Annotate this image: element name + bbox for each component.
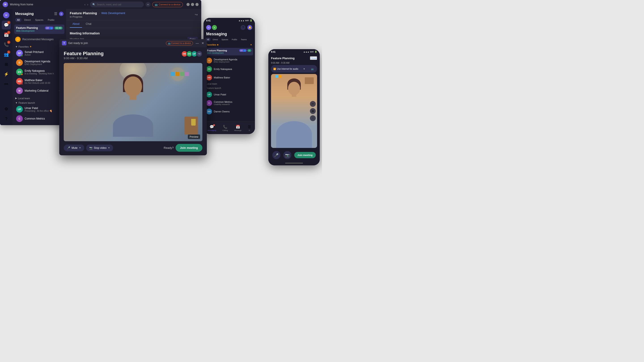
contact-avatar-sonali: SP	[16, 50, 23, 56]
contact-matthew[interactable]: MB Matthew Baker Do Not Disturb until 16…	[14, 77, 65, 86]
favorites-section[interactable]: ▼ Favorites ★	[12, 44, 66, 48]
phone2-cast-button[interactable]: 📺	[310, 66, 315, 71]
pnav-calling[interactable]: 📞 Calling	[221, 124, 230, 132]
phone1-local-team[interactable]: Local team	[204, 82, 255, 86]
phone1-user-avatar[interactable]: W	[206, 25, 211, 30]
contact-name-marketing: Marketing Collateral	[24, 89, 57, 92]
phone2-camera-button[interactable]: 📷	[283, 151, 291, 159]
pnav-messaging[interactable]: 💬 5 Messaging	[206, 124, 218, 132]
tab-chat[interactable]: Chat	[83, 20, 94, 28]
pnav-calling-label: Calling	[222, 129, 228, 131]
contact-name-sonali: Sonali Pritchard	[24, 50, 62, 54]
contact-marketing[interactable]: M Marketing Collateral •••	[14, 86, 65, 95]
nav-people[interactable]: 👥 1	[2, 50, 11, 59]
dialog-close[interactable]: ✕	[202, 41, 204, 45]
phone1-tab-direct[interactable]: Direct	[211, 38, 220, 41]
preview-button[interactable]: Preview	[188, 134, 200, 139]
meeting-info-title: Meeting Information	[70, 31, 198, 35]
featured-chat[interactable]: Feature Planning 22 👥 02:40 Web Developm…	[14, 24, 64, 34]
phone1-feature-launch[interactable]: Feature launch	[204, 86, 255, 90]
nav-settings[interactable]: ⚙	[2, 105, 11, 113]
p2-furniture	[305, 77, 314, 84]
phone1-tab-public[interactable]: Public	[230, 38, 239, 41]
phone2-expand-button[interactable]: ⊞	[310, 108, 316, 114]
phone2-crop-button[interactable]: ✂	[310, 101, 316, 107]
phone1-featured[interactable]: Feature Planning 22 👥 2: Web Development	[205, 48, 253, 55]
nav-calls[interactable]: 📞 1	[2, 40, 11, 49]
local-team-section[interactable]: ▶ Local team	[12, 95, 66, 100]
contact-emily[interactable]: EN Emily Nakagawa In a meeting · Working…	[14, 67, 65, 77]
nav-apps[interactable]: ⊞	[2, 60, 11, 69]
tab-about[interactable]: About	[70, 20, 82, 28]
contact-common[interactable]: C Common Metrics	[14, 114, 65, 123]
phone2-mic-button[interactable]: 🎤	[272, 151, 280, 159]
filter-public[interactable]: Public	[46, 18, 56, 22]
phone1-contact-emily[interactable]: EN Emily Nakagawa	[204, 65, 255, 73]
phone1-contact-darren[interactable]: DO Darren Owens	[204, 107, 255, 116]
phone2-time: 9:41	[271, 51, 276, 53]
minimize-button[interactable]	[186, 3, 190, 6]
dialog-minimize[interactable]: —	[196, 41, 199, 45]
contact-avatar-emily: EN	[16, 69, 23, 75]
calendar-badge: 1	[7, 31, 10, 34]
search-bar[interactable]: 🔍 Search, meet, and call	[90, 1, 144, 7]
connect-device-button-title[interactable]: 📺 Connect to a device	[152, 2, 183, 7]
nav-lightning[interactable]: ⚡	[2, 70, 11, 79]
phone1-help-icon[interactable]: ?	[240, 25, 246, 30]
join-meeting-button[interactable]: Join meeting	[176, 144, 202, 152]
contact-sonali[interactable]: SP Sonali Pritchard Active	[14, 48, 65, 58]
video-preview: Preview	[64, 63, 202, 141]
filter-all[interactable]: All	[15, 18, 22, 22]
nav-calendar[interactable]: 📅 1	[2, 30, 11, 39]
phone1-contact-dev[interactable]: D Development Agenda ENG Deployment	[204, 56, 255, 65]
feature-launch-section[interactable]: ▼ Feature launch	[12, 100, 66, 105]
phone2-arrow-button[interactable]: ↑	[310, 115, 316, 121]
phone2-meeting-name: Feature Planning	[271, 56, 294, 60]
phone2-meeting-time: 9:00 AM - 9:30 AM	[268, 62, 320, 65]
nav-help[interactable]: ?	[2, 114, 11, 123]
channel-link[interactable]: Web Development	[101, 11, 125, 15]
phone2-home-indicator	[268, 161, 320, 165]
dialog-connect-button[interactable]: 📺 Connect to a device	[166, 41, 193, 45]
phone2-side-controls: ✂ ⊞ ↑	[310, 101, 316, 121]
apps-icon: ⊞	[5, 62, 8, 67]
sidebar-filter-icon[interactable]: ☰	[54, 12, 57, 16]
phone2-join-button[interactable]: Join meeting	[294, 152, 316, 158]
share-icon[interactable]: ↪	[195, 12, 198, 17]
nav-back[interactable]: ‹	[84, 3, 86, 6]
phone1-tab-teams[interactable]: Teams	[239, 38, 248, 41]
recommended-messages[interactable]: ⚡ Recommended Messages	[12, 35, 66, 44]
dialog-controls: 🎤 Mute ▼ 📷 Stop video ▼ Ready? Join meet…	[64, 144, 202, 152]
pnav-more[interactable]: ☰ S	[246, 124, 253, 132]
contact-status-sonali: Active	[24, 54, 62, 56]
phone1-contact-common[interactable]: C Common Metrics Usability research	[204, 99, 255, 107]
video-background	[64, 63, 202, 141]
contact-umar[interactable]: UP Umar Patel Presenting · At the office…	[14, 105, 65, 114]
phone1-tab-spaces[interactable]: Spaces	[220, 38, 230, 41]
phone2-audio-button[interactable]: 📶 Use Internet for audio ▼ 📺	[271, 65, 317, 73]
nav-forward[interactable]: ›	[87, 3, 88, 6]
maximize-button[interactable]	[191, 3, 194, 6]
contact-dev-agenda[interactable]: D Development Agenda ENG Deployment	[14, 58, 65, 67]
phone1-featured-timer: 2:	[247, 49, 251, 52]
contact-info-dev: Development Agenda ENG Deployment	[24, 60, 62, 65]
wifi-icon: 📶	[273, 68, 276, 70]
phone1-contact-matthew[interactable]: MB Matthew Baker	[204, 73, 255, 82]
new-chat-button[interactable]: +	[146, 2, 150, 7]
close-button[interactable]	[196, 3, 198, 6]
stop-video-button[interactable]: 📷 Stop video ▼	[86, 145, 113, 151]
phone2-close-button[interactable]: Close	[310, 56, 317, 60]
mute-button[interactable]: 🎤 Mute ▼	[64, 145, 84, 151]
nav-icons: W 💬 5 📅 1 📞 1 👥 1 ⊞ ⚡	[0, 9, 12, 125]
nav-profile[interactable]: W	[2, 11, 11, 20]
video-icon: 📷	[89, 146, 92, 149]
nav-messaging[interactable]: 💬 5	[2, 20, 11, 29]
filter-direct[interactable]: Direct	[22, 18, 32, 22]
phone1-contact-umar[interactable]: UP Umar Patel	[204, 90, 255, 99]
phone1-notification-icon[interactable]: 🔔	[247, 25, 252, 30]
sidebar-new-icon[interactable]: +	[59, 12, 64, 16]
nav-more[interactable]: •••	[2, 79, 11, 88]
pnav-meetings[interactable]: 📅 Meetings	[232, 124, 243, 132]
filter-spaces[interactable]: Spaces	[33, 18, 45, 22]
chevron-icon[interactable]: ▼	[250, 43, 252, 46]
